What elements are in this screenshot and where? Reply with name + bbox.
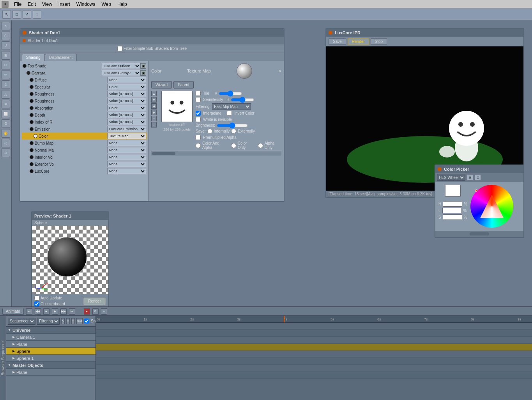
save-externally-radio[interactable] (231, 129, 236, 134)
color-expand-btn[interactable]: ⊞ (467, 174, 473, 181)
copy-btn-0[interactable]: ▣ (141, 63, 146, 69)
anim-stop[interactable]: ■ (43, 308, 49, 315)
anim-end[interactable]: ⏭ (69, 308, 75, 315)
seq-row-plane2[interactable]: ▶ Plane (6, 369, 95, 376)
tool-resize[interactable]: ↗ (23, 10, 31, 19)
tool-7[interactable]: △ (2, 90, 10, 99)
save-internally-radio[interactable] (207, 129, 212, 134)
tool-11[interactable]: 🖐 (2, 129, 10, 138)
tool-1[interactable]: ⬡ (2, 32, 10, 40)
color-close-dot[interactable] (438, 167, 442, 171)
menu-insert[interactable]: Insert (55, 1, 73, 8)
tool-6[interactable]: ⊙ (2, 80, 10, 89)
tree-row-topshade[interactable]: Top Shade LuxCore Surface ▣ (22, 62, 147, 69)
filter-checkbox[interactable] (117, 46, 122, 51)
color-swatch[interactable] (445, 185, 461, 196)
tree-row-exteriorvol[interactable]: Exterior Vo None (22, 161, 147, 168)
brightness-slider[interactable] (217, 124, 248, 127)
filtering-select[interactable]: Filtering (37, 318, 60, 325)
seamlessly-h-slider[interactable] (231, 98, 254, 102)
seq-row-plane[interactable]: ▶ Plane (6, 341, 95, 348)
checkerboard-checkbox[interactable] (34, 301, 39, 306)
tool-3[interactable]: ⊞ (2, 51, 10, 60)
color-type-select[interactable]: HLS Wheel (437, 174, 465, 181)
menu-web[interactable]: Web (99, 1, 114, 8)
anim-record[interactable]: ● (84, 308, 90, 315)
tool-4[interactable]: ✂ (2, 61, 10, 69)
tab-displacement[interactable]: Displacement (45, 54, 77, 61)
close-x[interactable]: ✕ (278, 69, 281, 74)
ipr-save-btn[interactable]: Save (329, 38, 346, 45)
seq-row-camera1[interactable]: ▶ Camera 1 (6, 334, 95, 341)
anim-prev-frame[interactable]: ◀◀ (35, 308, 41, 315)
tree-select-2[interactable]: None (107, 77, 146, 83)
tile-checkbox[interactable] (196, 91, 201, 96)
parent-btn[interactable]: Parent (173, 81, 193, 88)
menu-help[interactable]: Help (114, 1, 130, 8)
filter-label[interactable]: Filter Simple Sub-Shaders from Tree (117, 46, 187, 51)
shader-close-dot[interactable] (23, 31, 27, 35)
ipr-title-bar[interactable]: LuxCore IPR (326, 29, 523, 37)
tree-select-15[interactable]: None (107, 168, 146, 174)
seq-row-sphere[interactable]: ▶ Sphere (6, 348, 95, 355)
h-value-input[interactable]: 0.00 (443, 201, 462, 207)
copy-btn-1[interactable]: ▣ (141, 70, 146, 76)
tree-row-ior[interactable]: Index of R Value (0-100%) (22, 119, 147, 126)
tree-row-specular[interactable]: Specular Color (22, 83, 147, 90)
auto-update-checkbox[interactable] (34, 296, 39, 301)
tool-5[interactable]: ✏ (2, 71, 10, 79)
tool-8[interactable]: ⊕ (2, 100, 10, 108)
preview-render-btn[interactable]: Render (83, 297, 106, 305)
seq-do-btn[interactable]: Do▾ (76, 318, 83, 324)
seq-tool-zoom[interactable]: ⊕ (66, 318, 70, 324)
color-only-radio[interactable] (231, 143, 236, 148)
menu-windows[interactable]: Windows (73, 1, 99, 8)
menu-view[interactable]: View (39, 1, 55, 8)
scrollbar-thumb[interactable] (152, 152, 175, 155)
seq-row-universe[interactable]: ▼ Universe (6, 327, 95, 334)
alpha-only-radio[interactable] (258, 143, 263, 148)
s-value-input[interactable]: 0.00 (443, 214, 462, 220)
tree-row-absorption[interactable]: Absorption Color (22, 104, 147, 112)
tree-row-luxcore[interactable]: LuxCore None (22, 168, 147, 175)
tree-select-1[interactable]: LuxCore Glossy2 (102, 70, 141, 76)
shader-sub-dot[interactable] (23, 39, 26, 42)
tree-row-normalmap[interactable]: Normal Ma None (22, 147, 147, 154)
seq-row-sphere1[interactable]: ▶ Sphere 1 (6, 355, 95, 362)
tree-select-14[interactable]: None (107, 161, 146, 167)
seq-tool-select[interactable]: ↖ (61, 318, 65, 324)
tree-select-9[interactable]: LuxCore Emission (107, 126, 146, 132)
tree-row-bumpmap[interactable]: Bump Map None (22, 140, 147, 147)
nav-right[interactable]: ▶ (151, 110, 157, 115)
nav-down[interactable]: ▼ (151, 97, 157, 103)
ipr-stop-btn[interactable]: Stop (371, 38, 387, 45)
hls-wheel[interactable] (470, 185, 513, 228)
tab-shading[interactable]: Shading (22, 54, 45, 61)
nav-back[interactable]: ← (151, 122, 157, 127)
tree-select-10[interactable]: Texture Map (107, 133, 146, 139)
tool-select[interactable]: ↖ (2, 22, 10, 30)
tree-row-roughness2[interactable]: Roughness Value (0-100%) (22, 97, 147, 104)
tool-move[interactable]: ↕ (33, 10, 41, 19)
playhead[interactable] (284, 316, 285, 322)
premultiplied-checkbox[interactable] (196, 135, 201, 140)
tree-select-4[interactable]: Value (0-100%) (107, 91, 146, 97)
tree-select-13[interactable]: None (107, 154, 146, 160)
tool-13[interactable]: ⊙ (2, 149, 10, 157)
invert-color-checkbox[interactable] (227, 111, 232, 116)
menu-edit[interactable]: Edit (25, 1, 39, 8)
interpolate-checkbox[interactable] (196, 111, 201, 116)
menu-file[interactable]: File (11, 1, 25, 8)
shader-title-bar[interactable]: Shader of Doc1 (20, 29, 284, 37)
tool-arrow[interactable]: ↖ (2, 10, 11, 19)
tree-row-depth[interactable]: Depth Value (0-100%) (22, 112, 147, 119)
seq-row-master[interactable]: ▼ Master Objects (6, 362, 95, 369)
tree-row-color-selected[interactable]: Color Texture Map (22, 133, 147, 140)
wizard-btn[interactable]: Wizard (151, 81, 172, 88)
tool-12[interactable]: ◁ (2, 139, 10, 147)
anim-next-frame[interactable]: ▶▶ (60, 308, 67, 315)
sequencer-mode-select[interactable]: Sequencer (8, 318, 35, 325)
nav-add[interactable]: + (151, 116, 157, 121)
filtering-select[interactable]: Fast Mip Map (212, 103, 251, 110)
animate-tab[interactable]: Animate (2, 308, 24, 315)
